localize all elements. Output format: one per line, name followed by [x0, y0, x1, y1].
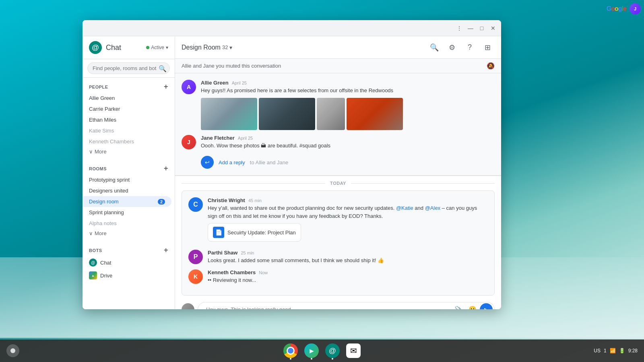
gmail-icon: ✉ — [346, 343, 361, 358]
app-window: ⋮ — □ ✕ @ Chat Active ▾ 🔍 — [83, 20, 501, 309]
taskbar-icons: @ ✉ — [283, 343, 361, 359]
wifi-icon: 📶 — [610, 348, 616, 354]
maximize-button[interactable]: □ — [477, 23, 487, 33]
search-icon[interactable]: 🔍 — [159, 64, 167, 72]
message-header: Jane Fletcher April 25 — [201, 135, 495, 141]
rooms-section-header: ROOMS + — [83, 163, 175, 174]
sidebar-item-carrie-parker[interactable]: Carrie Parker — [83, 103, 171, 114]
sidebar-item-kenneth-chambers[interactable]: Kenneth Chambers — [83, 136, 171, 147]
user-avatar[interactable]: J — [630, 3, 641, 14]
divider-line-right — [351, 183, 495, 184]
photo-4[interactable] — [347, 98, 403, 130]
taskbar-icon-dot — [311, 358, 312, 360]
sidebar-item-drive-bot[interactable]: ▲ Drive — [83, 269, 171, 282]
message-row-kenneth: K Kenneth Chambers Now •• Reviewing it n… — [188, 269, 488, 284]
taskbar-gmail[interactable]: ✉ — [345, 343, 361, 359]
chat-header: Design Room 32 ▾ 🔍 ⚙ ? ⊞ — [175, 36, 501, 59]
google-bar: Google J — [607, 3, 641, 14]
close-button[interactable]: ✕ — [488, 23, 498, 33]
settings-button[interactable]: ⚙ — [445, 40, 459, 55]
apps-button[interactable]: ⊞ — [480, 40, 495, 55]
bots-section: BOTS + @ Chat ▲ Drive — [83, 241, 175, 285]
dropdown-icon[interactable]: ▾ — [229, 44, 232, 51]
help-button[interactable]: ? — [462, 40, 477, 55]
time-christie: 45 min — [248, 198, 262, 203]
today-label: TODAY — [330, 181, 346, 186]
design-room-badge: 2 — [158, 199, 165, 205]
add-bot-button[interactable]: + — [164, 246, 168, 254]
people-more-button[interactable]: ∨ More — [83, 147, 175, 156]
sidebar-item-designers-united[interactable]: Designers united — [83, 185, 171, 196]
add-reply-button[interactable]: Add a reply — [219, 159, 245, 165]
attach-button[interactable]: 📎 — [452, 303, 465, 310]
google-logo: Google — [607, 5, 626, 12]
sidebar-item-ethan-miles[interactable]: Ethan Miles — [83, 114, 171, 125]
status-indicator[interactable]: Active ▾ — [146, 45, 168, 50]
chat-taskbar-icon: @ — [325, 343, 340, 358]
message-text: Oooh. Wow these photos 🏔 are beautiful. … — [201, 142, 495, 150]
sidebar-item-chat-bot[interactable]: @ Chat — [83, 256, 171, 269]
people-section: PEOPLE + Allie Green Carrie Parker Ethan… — [83, 78, 175, 159]
search-container: 🔍 — [83, 59, 175, 78]
menu-button[interactable]: ⋮ — [454, 23, 464, 33]
notification-count: 1 — [604, 348, 607, 354]
sidebar-item-alpha-notes[interactable]: Alpha notes — [83, 218, 171, 229]
attachment-card[interactable]: 📄 Secuirty Update: Project Plan — [208, 223, 301, 242]
search-button[interactable]: 🔍 — [427, 40, 442, 55]
messages-area: Allie and Jane you muted this conversati… — [175, 59, 501, 309]
text-christie: Hey y'all, wanted to share out the produ… — [208, 204, 488, 220]
message-sender: Jane Fletcher — [201, 135, 235, 141]
app-content: @ Chat Active ▾ 🔍 PEOPLE + — [83, 36, 501, 309]
rooms-more-button[interactable]: ∨ More — [83, 229, 175, 238]
taskbar-chrome[interactable] — [283, 343, 299, 359]
message-header: Allie Green April 25 — [201, 80, 495, 86]
launcher-button[interactable] — [6, 344, 19, 357]
taskbar-play[interactable] — [303, 343, 320, 359]
status-label: Active — [151, 45, 164, 50]
today-thread-card: C Christie Wright 45 min Hey y'all, want… — [182, 190, 495, 296]
message-header: Parthi Shaw 25 min — [208, 250, 488, 256]
avatar-kenneth: K — [188, 269, 203, 284]
sidebar-item-katie-sims[interactable]: Katie Sims — [83, 125, 171, 136]
photo-2[interactable] — [259, 98, 315, 130]
sidebar-item-sprint-planning[interactable]: Sprint planning — [83, 207, 171, 218]
message-header: Kenneth Chambers Now — [208, 269, 488, 275]
muted-banner: Allie and Jane you muted this conversati… — [175, 59, 501, 73]
message-sender: Allie Green — [201, 80, 229, 86]
sidebar-item-design-room[interactable]: Design room 2 — [83, 196, 171, 207]
search-input[interactable] — [87, 62, 170, 74]
emoji-button[interactable]: 🙂 — [466, 303, 479, 310]
muted-text: Allie and Jane you muted this conversati… — [182, 63, 281, 69]
input-actions: 📎 🙂 ▶ — [452, 303, 493, 310]
send-button[interactable]: ▶ — [480, 303, 493, 310]
people-section-header: PEOPLE + — [83, 81, 175, 93]
photo-3[interactable] — [317, 98, 345, 130]
time-parthi: 25 min — [241, 250, 254, 255]
attachment-name: Secuirty Update: Project Plan — [227, 230, 296, 236]
add-room-button[interactable]: + — [164, 164, 168, 173]
title-bar: ⋮ — □ ✕ — [83, 20, 501, 36]
main-chat-area: Design Room 32 ▾ 🔍 ⚙ ? ⊞ Allie and Jane … — [175, 36, 501, 309]
sidebar-item-allie-green[interactable]: Allie Green — [83, 93, 171, 103]
message-row: A Allie Green April 25 Hey guys!! As pro… — [182, 80, 495, 130]
chrome-icon — [283, 343, 298, 358]
window-controls: ⋮ — □ ✕ — [454, 23, 498, 33]
my-avatar — [182, 303, 194, 310]
taskbar-status: US 1 📶 🔋 9:28 — [594, 348, 638, 354]
taskbar-icon-dot — [332, 358, 333, 360]
add-person-button[interactable]: + — [164, 83, 168, 91]
today-messages-container: C Christie Wright 45 min Hey y'all, want… — [175, 190, 501, 296]
taskbar-chat[interactable]: @ — [324, 343, 341, 359]
message-row-christie: C Christie Wright 45 min Hey y'all, want… — [188, 197, 488, 245]
mute-icon[interactable]: 🔕 — [487, 62, 495, 70]
reply-row: ↩ Add a reply to Allie and Jane — [182, 154, 495, 169]
reply-icon: ↩ — [201, 156, 214, 169]
message-input[interactable] — [203, 302, 451, 309]
chat-logo: @ — [89, 41, 102, 54]
sender-parthi: Parthi Shaw — [208, 250, 237, 256]
photo-1[interactable] — [201, 98, 257, 130]
input-row: 📎 🙂 ▶ — [175, 299, 501, 309]
sidebar-item-prototyping-sprint[interactable]: Prototyping sprint — [83, 174, 171, 185]
minimize-button[interactable]: — — [466, 23, 475, 33]
photo-grid — [201, 98, 495, 130]
